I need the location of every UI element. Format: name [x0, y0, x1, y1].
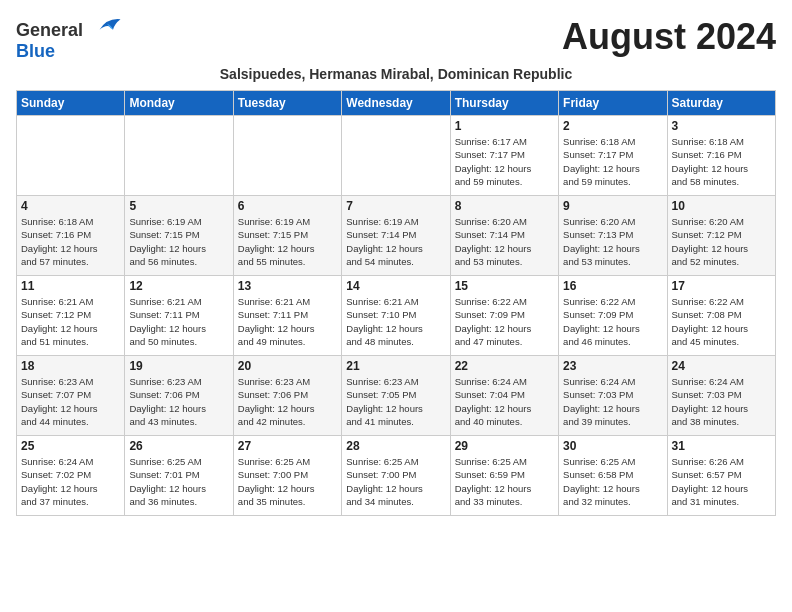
calendar-cell: 25Sunrise: 6:24 AM Sunset: 7:02 PM Dayli… — [17, 436, 125, 516]
day-info: Sunrise: 6:24 AM Sunset: 7:02 PM Dayligh… — [21, 455, 120, 508]
calendar-cell: 9Sunrise: 6:20 AM Sunset: 7:13 PM Daylig… — [559, 196, 667, 276]
calendar-header-row: SundayMondayTuesdayWednesdayThursdayFrid… — [17, 91, 776, 116]
day-info: Sunrise: 6:22 AM Sunset: 7:09 PM Dayligh… — [563, 295, 662, 348]
day-info: Sunrise: 6:23 AM Sunset: 7:07 PM Dayligh… — [21, 375, 120, 428]
day-info: Sunrise: 6:21 AM Sunset: 7:10 PM Dayligh… — [346, 295, 445, 348]
calendar-cell: 6Sunrise: 6:19 AM Sunset: 7:15 PM Daylig… — [233, 196, 341, 276]
calendar-cell: 31Sunrise: 6:26 AM Sunset: 6:57 PM Dayli… — [667, 436, 775, 516]
calendar-week-2: 4Sunrise: 6:18 AM Sunset: 7:16 PM Daylig… — [17, 196, 776, 276]
calendar-cell — [342, 116, 450, 196]
calendar-cell: 18Sunrise: 6:23 AM Sunset: 7:07 PM Dayli… — [17, 356, 125, 436]
day-number: 14 — [346, 279, 445, 293]
day-number: 26 — [129, 439, 228, 453]
logo: General Blue — [16, 16, 122, 62]
calendar-cell: 28Sunrise: 6:25 AM Sunset: 7:00 PM Dayli… — [342, 436, 450, 516]
day-number: 5 — [129, 199, 228, 213]
day-info: Sunrise: 6:20 AM Sunset: 7:14 PM Dayligh… — [455, 215, 554, 268]
day-info: Sunrise: 6:18 AM Sunset: 7:16 PM Dayligh… — [21, 215, 120, 268]
day-info: Sunrise: 6:25 AM Sunset: 7:01 PM Dayligh… — [129, 455, 228, 508]
day-number: 10 — [672, 199, 771, 213]
calendar-cell: 12Sunrise: 6:21 AM Sunset: 7:11 PM Dayli… — [125, 276, 233, 356]
calendar-cell: 29Sunrise: 6:25 AM Sunset: 6:59 PM Dayli… — [450, 436, 558, 516]
calendar-cell: 30Sunrise: 6:25 AM Sunset: 6:58 PM Dayli… — [559, 436, 667, 516]
calendar-cell: 4Sunrise: 6:18 AM Sunset: 7:16 PM Daylig… — [17, 196, 125, 276]
day-info: Sunrise: 6:18 AM Sunset: 7:16 PM Dayligh… — [672, 135, 771, 188]
calendar-cell: 11Sunrise: 6:21 AM Sunset: 7:12 PM Dayli… — [17, 276, 125, 356]
day-info: Sunrise: 6:20 AM Sunset: 7:13 PM Dayligh… — [563, 215, 662, 268]
calendar-cell: 3Sunrise: 6:18 AM Sunset: 7:16 PM Daylig… — [667, 116, 775, 196]
logo-bird-icon — [92, 16, 122, 36]
day-info: Sunrise: 6:24 AM Sunset: 7:03 PM Dayligh… — [672, 375, 771, 428]
day-info: Sunrise: 6:21 AM Sunset: 7:11 PM Dayligh… — [129, 295, 228, 348]
calendar-cell — [125, 116, 233, 196]
day-info: Sunrise: 6:25 AM Sunset: 7:00 PM Dayligh… — [346, 455, 445, 508]
day-info: Sunrise: 6:25 AM Sunset: 6:58 PM Dayligh… — [563, 455, 662, 508]
day-info: Sunrise: 6:17 AM Sunset: 7:17 PM Dayligh… — [455, 135, 554, 188]
day-number: 8 — [455, 199, 554, 213]
day-number: 21 — [346, 359, 445, 373]
day-number: 28 — [346, 439, 445, 453]
calendar-week-4: 18Sunrise: 6:23 AM Sunset: 7:07 PM Dayli… — [17, 356, 776, 436]
calendar-cell: 10Sunrise: 6:20 AM Sunset: 7:12 PM Dayli… — [667, 196, 775, 276]
calendar-cell: 26Sunrise: 6:25 AM Sunset: 7:01 PM Dayli… — [125, 436, 233, 516]
day-number: 24 — [672, 359, 771, 373]
calendar-cell: 21Sunrise: 6:23 AM Sunset: 7:05 PM Dayli… — [342, 356, 450, 436]
day-number: 25 — [21, 439, 120, 453]
month-title: August 2024 — [562, 16, 776, 58]
day-number: 9 — [563, 199, 662, 213]
day-info: Sunrise: 6:25 AM Sunset: 7:00 PM Dayligh… — [238, 455, 337, 508]
calendar-cell: 19Sunrise: 6:23 AM Sunset: 7:06 PM Dayli… — [125, 356, 233, 436]
logo-blue-text: Blue — [16, 41, 55, 61]
calendar-week-3: 11Sunrise: 6:21 AM Sunset: 7:12 PM Dayli… — [17, 276, 776, 356]
day-info: Sunrise: 6:19 AM Sunset: 7:15 PM Dayligh… — [238, 215, 337, 268]
day-info: Sunrise: 6:21 AM Sunset: 7:12 PM Dayligh… — [21, 295, 120, 348]
day-number: 20 — [238, 359, 337, 373]
calendar-cell: 27Sunrise: 6:25 AM Sunset: 7:00 PM Dayli… — [233, 436, 341, 516]
day-info: Sunrise: 6:19 AM Sunset: 7:14 PM Dayligh… — [346, 215, 445, 268]
location-subtitle: Salsipuedes, Hermanas Mirabal, Dominican… — [16, 66, 776, 82]
day-info: Sunrise: 6:19 AM Sunset: 7:15 PM Dayligh… — [129, 215, 228, 268]
day-number: 12 — [129, 279, 228, 293]
day-number: 2 — [563, 119, 662, 133]
day-number: 31 — [672, 439, 771, 453]
day-number: 16 — [563, 279, 662, 293]
weekday-header-tuesday: Tuesday — [233, 91, 341, 116]
day-number: 22 — [455, 359, 554, 373]
day-info: Sunrise: 6:26 AM Sunset: 6:57 PM Dayligh… — [672, 455, 771, 508]
calendar-cell: 2Sunrise: 6:18 AM Sunset: 7:17 PM Daylig… — [559, 116, 667, 196]
calendar-cell: 20Sunrise: 6:23 AM Sunset: 7:06 PM Dayli… — [233, 356, 341, 436]
calendar-cell: 16Sunrise: 6:22 AM Sunset: 7:09 PM Dayli… — [559, 276, 667, 356]
calendar-cell: 15Sunrise: 6:22 AM Sunset: 7:09 PM Dayli… — [450, 276, 558, 356]
weekday-header-thursday: Thursday — [450, 91, 558, 116]
day-number: 4 — [21, 199, 120, 213]
day-info: Sunrise: 6:20 AM Sunset: 7:12 PM Dayligh… — [672, 215, 771, 268]
day-info: Sunrise: 6:23 AM Sunset: 7:06 PM Dayligh… — [129, 375, 228, 428]
weekday-header-saturday: Saturday — [667, 91, 775, 116]
day-number: 6 — [238, 199, 337, 213]
day-info: Sunrise: 6:22 AM Sunset: 7:08 PM Dayligh… — [672, 295, 771, 348]
day-number: 13 — [238, 279, 337, 293]
day-number: 23 — [563, 359, 662, 373]
calendar-cell: 7Sunrise: 6:19 AM Sunset: 7:14 PM Daylig… — [342, 196, 450, 276]
day-number: 27 — [238, 439, 337, 453]
calendar-cell: 8Sunrise: 6:20 AM Sunset: 7:14 PM Daylig… — [450, 196, 558, 276]
day-number: 11 — [21, 279, 120, 293]
calendar-cell: 13Sunrise: 6:21 AM Sunset: 7:11 PM Dayli… — [233, 276, 341, 356]
day-info: Sunrise: 6:23 AM Sunset: 7:05 PM Dayligh… — [346, 375, 445, 428]
logo-general-text: General — [16, 20, 83, 40]
day-number: 18 — [21, 359, 120, 373]
weekday-header-friday: Friday — [559, 91, 667, 116]
day-info: Sunrise: 6:23 AM Sunset: 7:06 PM Dayligh… — [238, 375, 337, 428]
calendar-cell: 24Sunrise: 6:24 AM Sunset: 7:03 PM Dayli… — [667, 356, 775, 436]
day-number: 15 — [455, 279, 554, 293]
calendar-week-5: 25Sunrise: 6:24 AM Sunset: 7:02 PM Dayli… — [17, 436, 776, 516]
weekday-header-monday: Monday — [125, 91, 233, 116]
calendar-cell: 5Sunrise: 6:19 AM Sunset: 7:15 PM Daylig… — [125, 196, 233, 276]
page-header: General Blue August 2024 — [16, 16, 776, 62]
calendar-cell: 23Sunrise: 6:24 AM Sunset: 7:03 PM Dayli… — [559, 356, 667, 436]
weekday-header-sunday: Sunday — [17, 91, 125, 116]
calendar-week-1: 1Sunrise: 6:17 AM Sunset: 7:17 PM Daylig… — [17, 116, 776, 196]
weekday-header-wednesday: Wednesday — [342, 91, 450, 116]
calendar-cell: 14Sunrise: 6:21 AM Sunset: 7:10 PM Dayli… — [342, 276, 450, 356]
day-info: Sunrise: 6:25 AM Sunset: 6:59 PM Dayligh… — [455, 455, 554, 508]
